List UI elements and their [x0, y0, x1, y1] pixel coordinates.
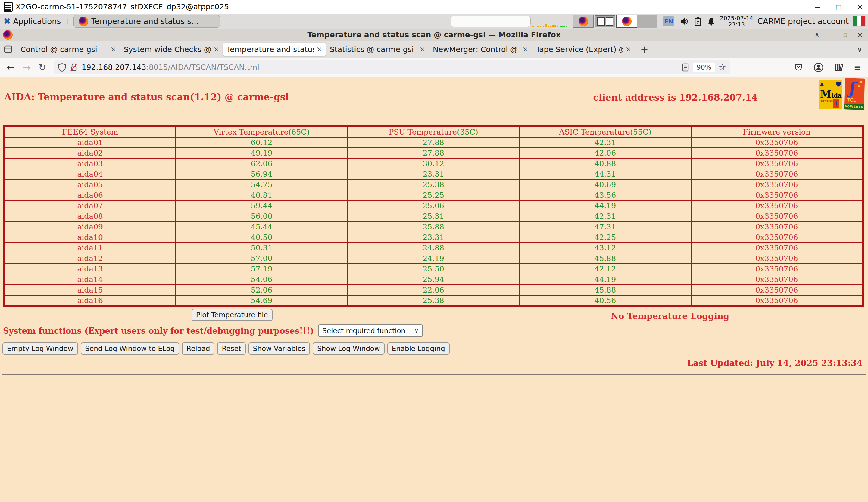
maximize-icon[interactable]: ◻: [835, 2, 842, 11]
show-variables-button[interactable]: Show Variables: [248, 343, 310, 355]
minimize-icon[interactable]: −: [828, 31, 834, 39]
send-log-to-elog-button[interactable]: Send Log Window to ELog: [81, 343, 179, 355]
cell-psu-temperature: 22.06: [348, 285, 519, 295]
firefox-icon: [579, 17, 588, 26]
table-row: aida16 54.69 25.38 40.56 0x3350706: [4, 295, 863, 306]
cell-virtex-temperature: 60.12: [176, 137, 347, 148]
tab-temperature-scan-active[interactable]: Temperature and status scan ×: [223, 43, 326, 56]
plot-temperature-file-button[interactable]: Plot Temperature file: [192, 309, 272, 321]
cell-asic-temperature: 43.56: [519, 190, 691, 200]
panel-separator-icon: ⋮: [64, 18, 71, 25]
tab-close-icon[interactable]: ×: [110, 45, 116, 54]
cell-system: aida13: [4, 264, 176, 274]
applications-menu-icon[interactable]: ✖: [3, 16, 11, 26]
workspace-1[interactable]: [597, 17, 605, 25]
cell-system: aida08: [4, 211, 176, 221]
cell-firmware-version: 0x3350706: [691, 274, 863, 285]
url-bar[interactable]: 192.168.207.143:8015/AIDA/TSCAN/TSCAN.tm…: [54, 61, 730, 74]
horizontal-rule: [2, 116, 866, 116]
close-icon[interactable]: ×: [857, 30, 863, 40]
cell-firmware-version: 0x3350706: [691, 200, 863, 211]
applications-menu[interactable]: Applications: [13, 17, 61, 26]
cell-virtex-temperature: 50.31: [176, 243, 347, 253]
reset-button[interactable]: Reset: [217, 343, 246, 355]
firefox-view-icon[interactable]: [3, 43, 15, 55]
system-load-graph-icon: [533, 17, 571, 29]
empty-log-window-button[interactable]: Empty Log Window: [2, 343, 78, 355]
cell-system: aida07: [4, 200, 176, 211]
taskbar-clock[interactable]: 2025-07-14 23:13: [720, 15, 753, 28]
bookmark-star-icon[interactable]: ☆: [719, 62, 726, 72]
taskbar-firefox-button[interactable]: [616, 15, 637, 28]
taskbar-firefox-active-button[interactable]: [573, 15, 594, 28]
reload-button[interactable]: Reload: [182, 343, 215, 355]
tcl-powered-logo[interactable]: ʃ TCL POWERED: [844, 78, 865, 110]
cell-firmware-version: 0x3350706: [691, 221, 863, 232]
navigation-toolbar: ← → ↻ 192.168.207.143:8015/AIDA/TSCAN/TS…: [0, 58, 868, 77]
account-icon[interactable]: [814, 62, 824, 73]
tab-strip: Control @ carme-gsi × System wide Checks…: [0, 41, 868, 58]
taskbar-window-button[interactable]: Temperature and status s...: [73, 15, 220, 28]
restore-icon[interactable]: ▫: [843, 31, 848, 39]
locale-flag-icon[interactable]: [853, 16, 866, 27]
tab-tape-service[interactable]: Tape Service (Expert) @ carme ×: [532, 43, 635, 56]
keyboard-layout-icon[interactable]: EN: [663, 16, 674, 27]
cell-firmware-version: 0x3350706: [691, 148, 863, 158]
cell-firmware-version: 0x3350706: [691, 211, 863, 221]
tab-close-icon[interactable]: ×: [419, 45, 425, 54]
shade-icon[interactable]: ∧: [815, 31, 819, 39]
minimize-icon[interactable]: −: [814, 2, 821, 11]
workspace-switcher[interactable]: [595, 15, 615, 28]
midas-logo[interactable]: ▲ Midas powered by ʃ: [819, 80, 842, 109]
library-icon[interactable]: [834, 63, 844, 72]
battery-icon[interactable]: [694, 17, 702, 26]
back-icon[interactable]: ←: [7, 62, 15, 73]
cell-psu-temperature: 25.94: [348, 274, 519, 285]
show-log-window-button[interactable]: Show Log Window: [313, 343, 384, 355]
temperature-table: FEE64 System Virtex Temperature(65C) PSU…: [3, 125, 864, 307]
table-row: aida03 62.06 30.12 40.88 0x3350706: [4, 158, 863, 169]
forward-icon[interactable]: →: [23, 62, 31, 73]
table-row: aida15 52.06 22.06 45.88 0x3350706: [4, 285, 863, 295]
tab-newmerger[interactable]: NewMerger: Control @ carme ×: [429, 43, 532, 56]
list-all-tabs-icon[interactable]: ∨: [857, 45, 862, 54]
table-row: aida11 50.31 24.88 43.12 0x3350706: [4, 243, 863, 253]
workspace-2[interactable]: [606, 17, 613, 25]
cell-asic-temperature: 40.69: [519, 179, 691, 190]
notification-bell-icon[interactable]: [707, 17, 716, 26]
tab-close-icon[interactable]: ×: [522, 45, 528, 54]
cell-system: aida14: [4, 274, 176, 285]
url-text: 192.168.207.143:8015/AIDA/TSCAN/TSCAN.tm…: [82, 63, 259, 72]
tab-statistics[interactable]: Statistics @ carme-gsi ×: [326, 43, 429, 56]
tab-system-wide-checks[interactable]: System wide Checks @ carme ×: [120, 43, 223, 56]
system-functions-row: System functions (Expert users only for …: [3, 324, 423, 337]
cell-virtex-temperature: 57.00: [176, 253, 347, 264]
cell-virtex-temperature: 54.06: [176, 274, 347, 285]
cell-psu-temperature: 24.19: [348, 253, 519, 264]
firefox-icon: [622, 17, 632, 26]
reload-icon[interactable]: ↻: [39, 62, 46, 73]
cell-system: aida12: [4, 253, 176, 264]
tab-close-icon[interactable]: ×: [625, 45, 631, 54]
tab-close-icon[interactable]: ×: [316, 45, 322, 54]
insecure-lock-icon[interactable]: [70, 63, 78, 72]
tracking-shield-icon[interactable]: [58, 63, 66, 72]
close-icon[interactable]: ×: [856, 1, 864, 12]
volume-icon[interactable]: [680, 17, 689, 26]
tab-control[interactable]: Control @ carme-gsi ×: [17, 43, 120, 56]
reader-mode-icon[interactable]: [682, 63, 689, 72]
pocket-icon[interactable]: [794, 63, 803, 72]
tab-close-icon[interactable]: ×: [213, 45, 219, 54]
taskbar-search-box[interactable]: [451, 15, 531, 27]
system-function-select[interactable]: Select required function: [318, 324, 423, 337]
zoom-level-indicator[interactable]: 90%: [693, 63, 715, 72]
new-tab-icon[interactable]: +: [640, 44, 649, 55]
cell-psu-temperature: 24.88: [348, 243, 519, 253]
cell-firmware-version: 0x3350706: [691, 285, 863, 295]
table-row: aida08 56.00 25.31 42.31 0x3350706: [4, 211, 863, 221]
header-firmware-version: Firmware version: [691, 126, 863, 137]
menu-hamburger-icon[interactable]: ≡: [854, 62, 861, 73]
cell-system: aida06: [4, 190, 176, 200]
cell-psu-temperature: 25.88: [348, 221, 519, 232]
enable-logging-button[interactable]: Enable Logging: [387, 343, 450, 355]
